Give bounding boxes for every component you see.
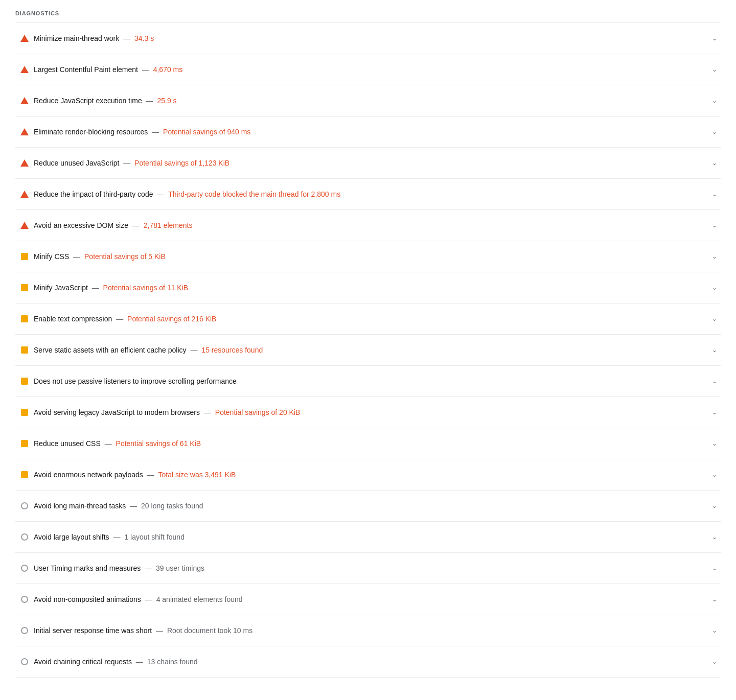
diagnostic-item-legacy-js[interactable]: Avoid serving legacy JavaScript to moder… (15, 397, 721, 428)
warning-square-icon (21, 378, 28, 385)
section-title: DIAGNOSTICS (15, 10, 721, 16)
item-label: Reduce JavaScript execution time (34, 97, 142, 105)
item-detail: Potential savings of 216 KiB (127, 315, 216, 323)
item-label: Avoid enormous network payloads (34, 471, 143, 479)
chevron-down-icon[interactable]: ⌄ (708, 624, 721, 637)
chevron-down-icon[interactable]: ⌄ (708, 437, 721, 450)
chevron-down-icon[interactable]: ⌄ (708, 531, 721, 543)
item-label: Initial server response time was short (34, 626, 152, 635)
diagnostic-item-user-timing[interactable]: User Timing marks and measures — 39 user… (15, 553, 721, 584)
item-label: Eliminate render-blocking resources (34, 128, 148, 136)
item-text: Serve static assets with an efficient ca… (34, 345, 708, 356)
item-text: Reduce unused CSS — Potential savings of… (34, 438, 708, 449)
chevron-down-icon[interactable]: ⌄ (708, 562, 721, 574)
item-detail: Potential savings of 5 KiB (84, 252, 166, 261)
diagnostic-item-minify-css[interactable]: Minify CSS — Potential savings of 5 KiB⌄ (15, 241, 721, 272)
item-label: Avoid chaining critical requests (34, 658, 132, 666)
item-separator: — (140, 65, 151, 74)
diagnostic-item-text-compression[interactable]: Enable text compression — Potential savi… (15, 304, 721, 335)
item-label: Avoid an excessive DOM size (34, 221, 128, 229)
chevron-down-icon[interactable]: ⌄ (708, 344, 721, 356)
item-detail: Total size was 3,491 KiB (158, 471, 236, 479)
item-label: Reduce the impact of third-party code (34, 190, 153, 198)
diagnostic-list: Minimize main-thread work — 34.3 s⌄Large… (15, 22, 721, 678)
item-separator: — (144, 97, 155, 105)
item-detail: Potential savings of 11 KiB (103, 284, 189, 292)
chevron-down-icon[interactable]: ⌄ (708, 63, 721, 76)
item-separator: — (202, 408, 213, 416)
diagnostic-item-reduce-js-execution[interactable]: Reduce JavaScript execution time — 25.9 … (15, 85, 721, 116)
item-label: Avoid large layout shifts (34, 533, 109, 541)
info-circle-icon (21, 565, 28, 572)
chevron-down-icon[interactable]: ⌄ (708, 188, 721, 200)
diagnostic-item-minify-js[interactable]: Minify JavaScript — Potential savings of… (15, 272, 721, 304)
warning-triangle-icon (20, 159, 29, 167)
diagnostic-item-unused-css[interactable]: Reduce unused CSS — Potential savings of… (15, 428, 721, 459)
item-detail: 34.3 s (134, 34, 154, 42)
item-text: Minify CSS — Potential savings of 5 KiB (34, 251, 708, 262)
item-separator: — (155, 190, 166, 198)
item-label: Does not use passive listeners to improv… (34, 377, 237, 385)
chevron-down-icon[interactable]: ⌄ (708, 313, 721, 325)
diagnostic-item-server-response[interactable]: Initial server response time was short —… (15, 615, 721, 646)
warning-triangle-icon (20, 35, 29, 42)
item-text: Enable text compression — Potential savi… (34, 314, 708, 324)
item-label: Minify CSS (34, 252, 69, 261)
item-text: Reduce the impact of third-party code — … (34, 189, 708, 200)
item-text: Avoid enormous network payloads — Total … (34, 470, 708, 480)
item-separator: — (154, 626, 165, 635)
chevron-down-icon[interactable]: ⌄ (708, 157, 721, 169)
item-separator: — (90, 284, 101, 292)
item-separator: — (111, 533, 123, 541)
warning-square-icon (21, 471, 28, 478)
item-separator: — (143, 564, 154, 572)
diagnostic-item-long-tasks[interactable]: Avoid long main-thread tasks — 20 long t… (15, 491, 721, 522)
chevron-down-icon[interactable]: ⌄ (708, 406, 721, 418)
diagnostic-item-eliminate-render-blocking[interactable]: Eliminate render-blocking resources — Po… (15, 116, 721, 148)
item-label: Enable text compression (34, 315, 112, 323)
chevron-down-icon[interactable]: ⌄ (708, 250, 721, 263)
item-text: Reduce unused JavaScript — Potential sav… (34, 158, 708, 169)
item-separator: — (121, 34, 132, 42)
chevron-down-icon[interactable]: ⌄ (708, 375, 721, 387)
diagnostic-item-passive-listeners[interactable]: Does not use passive listeners to improv… (15, 366, 721, 397)
warning-square-icon (21, 315, 28, 322)
item-label: Reduce unused CSS (34, 439, 101, 448)
item-text: Largest Contentful Paint element — 4,670… (34, 64, 708, 75)
item-detail: Potential savings of 940 ms (163, 128, 250, 136)
item-text: Avoid non-composited animations — 4 anim… (34, 594, 708, 605)
diagnostic-item-dom-size[interactable]: Avoid an excessive DOM size — 2,781 elem… (15, 210, 721, 241)
item-detail: 1 layout shift found (124, 533, 185, 541)
warning-square-icon (21, 284, 28, 291)
diagnostic-item-network-payloads[interactable]: Avoid enormous network payloads — Total … (15, 459, 721, 491)
diagnostic-item-non-composited-animations[interactable]: Avoid non-composited animations — 4 anim… (15, 584, 721, 615)
warning-square-icon (21, 346, 28, 354)
chevron-down-icon[interactable]: ⌄ (708, 282, 721, 294)
item-detail: 25.9 s (157, 97, 176, 105)
chevron-down-icon[interactable]: ⌄ (708, 469, 721, 481)
diagnostic-item-third-party-code[interactable]: Reduce the impact of third-party code — … (15, 179, 721, 210)
diagnostic-item-largest-contentful-paint[interactable]: Largest Contentful Paint element — 4,670… (15, 54, 721, 85)
diagnostic-item-reduce-unused-js[interactable]: Reduce unused JavaScript — Potential sav… (15, 148, 721, 179)
item-text: Avoid long main-thread tasks — 20 long t… (34, 501, 708, 511)
diagnostic-item-critical-requests[interactable]: Avoid chaining critical requests — 13 ch… (15, 646, 721, 678)
item-label: Reduce unused JavaScript (34, 159, 119, 167)
chevron-down-icon[interactable]: ⌄ (708, 593, 721, 605)
diagnostic-item-layout-shifts[interactable]: Avoid large layout shifts — 1 layout shi… (15, 522, 721, 553)
warning-square-icon (21, 253, 28, 260)
info-circle-icon (21, 658, 28, 665)
diagnostic-item-minimize-main-thread[interactable]: Minimize main-thread work — 34.3 s⌄ (15, 23, 721, 54)
info-circle-icon (21, 533, 28, 541)
chevron-down-icon[interactable]: ⌄ (708, 32, 721, 44)
chevron-down-icon[interactable]: ⌄ (708, 656, 721, 668)
chevron-down-icon[interactable]: ⌄ (708, 219, 721, 231)
item-detail: Third-party code blocked the main thread… (168, 190, 340, 198)
item-label: Minimize main-thread work (34, 34, 119, 42)
item-separator: — (143, 595, 154, 603)
item-separator: — (130, 221, 142, 229)
chevron-down-icon[interactable]: ⌄ (708, 126, 721, 138)
diagnostic-item-cache-policy[interactable]: Serve static assets with an efficient ca… (15, 335, 721, 366)
item-separator: — (103, 439, 114, 448)
chevron-down-icon[interactable]: ⌄ (708, 500, 721, 512)
chevron-down-icon[interactable]: ⌄ (708, 95, 721, 107)
